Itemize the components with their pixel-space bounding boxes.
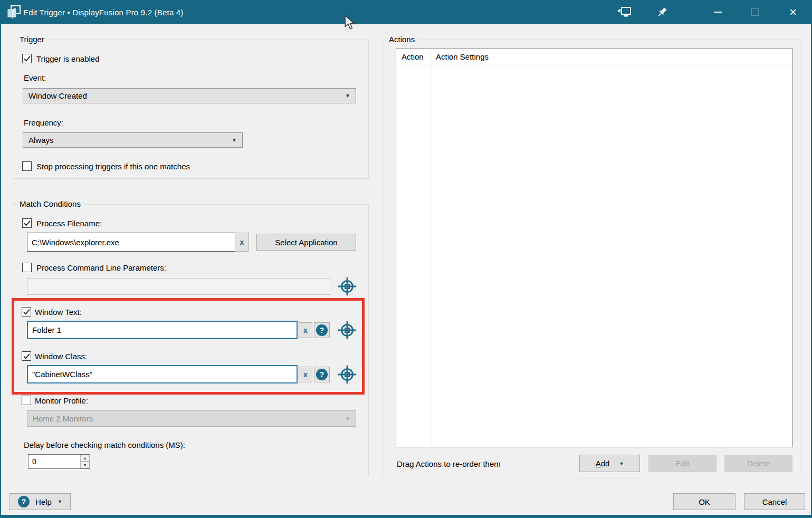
displayfusion-logo-icon: f bbox=[7, 5, 21, 19]
spin-up-button[interactable]: ▲ bbox=[80, 455, 90, 462]
cancel-label: Cancel bbox=[762, 497, 787, 506]
maximize-icon bbox=[751, 8, 759, 16]
maximize-button bbox=[739, 0, 771, 24]
move-to-monitor-button[interactable] bbox=[608, 0, 641, 24]
frequency-select-value: Always bbox=[28, 136, 54, 145]
monitor-profile-checkbox[interactable] bbox=[22, 396, 31, 405]
edit-button: Edit bbox=[648, 455, 717, 472]
pin-button[interactable] bbox=[646, 0, 679, 24]
checkmark-icon bbox=[24, 56, 31, 62]
stop-processing-label: Stop processing triggers if this one mat… bbox=[36, 162, 190, 171]
cancel-button[interactable]: Cancel bbox=[744, 493, 805, 510]
clear-icon: x bbox=[303, 370, 308, 379]
window-class-input[interactable] bbox=[27, 365, 298, 383]
minimize-button[interactable] bbox=[702, 0, 734, 24]
command-line-checkbox[interactable] bbox=[22, 263, 32, 272]
delay-label: Delay before checking match conditions (… bbox=[24, 440, 185, 449]
titlebar: f Edit Trigger • DisplayFusion Pro 9.2 (… bbox=[0, 0, 812, 24]
arrow-down-icon: ▼ bbox=[83, 463, 87, 467]
chevron-down-icon: ▼ bbox=[619, 461, 624, 466]
window-class-finder-target-icon[interactable] bbox=[337, 364, 357, 385]
help-button[interactable]: ? Help ▼ bbox=[9, 493, 71, 510]
checkmark-icon bbox=[24, 220, 31, 226]
command-line-label: Process Command Line Parameters: bbox=[36, 263, 166, 272]
actions-group-label: Actions bbox=[386, 35, 417, 44]
window-text-help-button[interactable]: ? bbox=[314, 322, 330, 338]
window-title: Edit Trigger • DisplayFusion Pro 9.2 (Be… bbox=[23, 8, 184, 17]
column-header-settings[interactable]: Action Settings bbox=[436, 52, 489, 61]
stop-processing-checkbox[interactable] bbox=[22, 161, 32, 171]
clear-icon: x bbox=[240, 238, 244, 246]
move-to-monitor-icon bbox=[617, 7, 631, 17]
monitor-profile-select: Home 2 Monitors ▼ bbox=[27, 410, 356, 427]
trigger-group-label: Trigger bbox=[17, 35, 47, 44]
process-filename-input[interactable] bbox=[27, 233, 235, 252]
column-header-action[interactable]: Action bbox=[402, 52, 424, 61]
chevron-down-icon: ▼ bbox=[345, 416, 350, 421]
window-class-checkbox[interactable] bbox=[22, 351, 31, 361]
chevron-down-icon: ▼ bbox=[232, 137, 237, 143]
window-text-checkbox[interactable] bbox=[22, 307, 31, 316]
event-select[interactable]: Window Created ▼ bbox=[23, 88, 356, 103]
window-class-clear-button[interactable]: x bbox=[299, 367, 312, 382]
spin-down-button[interactable]: ▼ bbox=[80, 462, 90, 468]
add-label: Add bbox=[596, 459, 610, 468]
edit-label: Edit bbox=[676, 459, 690, 468]
help-icon: ? bbox=[18, 496, 30, 507]
window-text-clear-button[interactable]: x bbox=[299, 322, 312, 338]
chevron-down-icon: ▼ bbox=[345, 93, 350, 99]
monitor-profile-value: Home 2 Monitors bbox=[33, 414, 93, 423]
delay-value: 0 bbox=[32, 457, 36, 466]
process-filename-label: Process Filename: bbox=[36, 219, 102, 228]
minimize-icon bbox=[714, 12, 722, 13]
process-filename-clear-button[interactable]: x bbox=[235, 233, 249, 252]
pin-icon bbox=[656, 6, 668, 18]
checkmark-icon bbox=[23, 309, 30, 315]
select-application-label: Select Application bbox=[275, 238, 337, 247]
window-class-help-button[interactable]: ? bbox=[314, 367, 330, 382]
event-label: Event: bbox=[24, 73, 46, 82]
arrow-up-icon: ▲ bbox=[83, 456, 87, 460]
question-icon: ? bbox=[316, 369, 328, 380]
header-divider bbox=[396, 65, 792, 65]
window-text-finder-target-icon[interactable] bbox=[337, 320, 357, 340]
window-text-label: Window Text: bbox=[35, 308, 82, 316]
command-line-input bbox=[27, 278, 331, 295]
ok-label: OK bbox=[699, 497, 710, 506]
column-divider bbox=[431, 49, 431, 447]
ok-button[interactable]: OK bbox=[673, 493, 735, 510]
trigger-enabled-checkbox[interactable] bbox=[22, 54, 32, 63]
command-line-finder-target-icon[interactable] bbox=[337, 276, 357, 296]
trigger-enabled-label: Trigger is enabled bbox=[36, 54, 100, 63]
help-label: Help bbox=[35, 497, 52, 506]
frequency-select[interactable]: Always ▼ bbox=[23, 132, 243, 148]
close-icon: × bbox=[789, 6, 797, 18]
chevron-down-icon: ▼ bbox=[58, 499, 62, 504]
actions-table[interactable]: Action Action Settings bbox=[396, 49, 793, 447]
clear-icon: x bbox=[303, 326, 308, 334]
drag-actions-hint: Drag Actions to re-order them bbox=[397, 459, 501, 468]
match-conditions-group-label: Match Conditions bbox=[17, 199, 83, 208]
window-class-label: Window Class: bbox=[35, 352, 87, 361]
process-filename-checkbox[interactable] bbox=[22, 218, 32, 228]
event-select-value: Window Created bbox=[28, 91, 87, 100]
select-application-button[interactable]: Select Application bbox=[256, 234, 356, 251]
add-button[interactable]: Add ▼ bbox=[579, 455, 640, 472]
close-button[interactable]: × bbox=[777, 0, 809, 24]
edit-trigger-dialog: f Edit Trigger • DisplayFusion Pro 9.2 (… bbox=[0, 0, 812, 518]
checkmark-icon bbox=[23, 353, 30, 359]
delete-button: Delete bbox=[724, 455, 792, 472]
question-icon: ? bbox=[316, 324, 328, 336]
delay-spinbox[interactable]: 0 ▲ ▼ bbox=[28, 454, 90, 469]
window-text-input[interactable] bbox=[27, 321, 298, 339]
delete-label: Delete bbox=[747, 459, 770, 468]
monitor-profile-label: Monitor Profile: bbox=[35, 396, 88, 405]
frequency-label: Frequency: bbox=[24, 118, 63, 127]
